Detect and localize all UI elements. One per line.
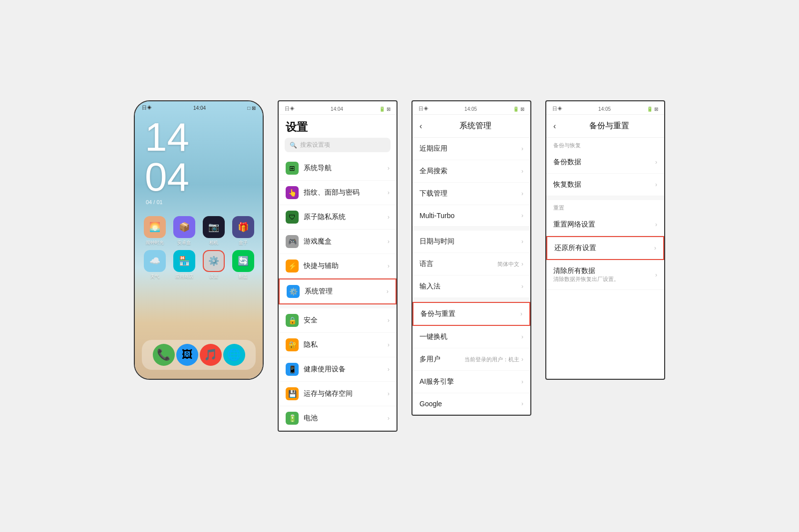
sysmanage-title: 系统管理 (427, 121, 523, 131)
security-arrow: › (388, 317, 390, 324)
backup-divider-1 (546, 196, 664, 200)
settings-item-navigation[interactable]: ⊞ 系统导航 › (279, 156, 397, 181)
app-icon-0[interactable]: 🌅 闹钟时光 (142, 216, 167, 246)
settings-item-security[interactable]: 🔒 安全 › (279, 308, 397, 333)
app-img-0: 🌅 (144, 216, 166, 238)
backup-item-clearall[interactable]: 清除所有数据 清除数据并恢复出厂设置。 › (546, 260, 664, 290)
app-icon-1[interactable]: 📦 安卓盒 (171, 216, 197, 246)
search-placeholder: 搜索设置项 (300, 141, 330, 149)
settings-item-fingerprint[interactable]: 👆 指纹、面部与密码 › (279, 181, 397, 205)
sys-search-label: 全局搜索 (419, 167, 521, 176)
settings-divider-1 (279, 304, 397, 308)
sys-item-switch[interactable]: 一键换机 › (412, 326, 530, 348)
sys-item-download[interactable]: 下载管理 › (412, 183, 530, 205)
sys-download-arrow: › (521, 190, 523, 197)
sys-input-arrow: › (521, 283, 523, 290)
s1-status-time: 14:04 (331, 106, 343, 112)
app-img-settings: ⚙️ (203, 250, 225, 272)
backup-back-arrow[interactable]: ‹ (553, 122, 556, 131)
settings-search[interactable]: 🔍 搜索设置项 (285, 138, 391, 152)
sys-turbo-arrow: › (521, 212, 523, 219)
sys-backup-arrow: › (520, 310, 522, 317)
sys-multiuser-label: 多用户 (419, 355, 464, 364)
shortcut-icon: ⚡ (286, 260, 299, 272)
backup-title-row: ‹ 备份与重置 (546, 115, 664, 138)
health-label: 健康使用设备 (304, 365, 388, 374)
sys-item-backup[interactable]: 备份与重置 › (412, 302, 530, 326)
backup-item-backup[interactable]: 备份数据 › (546, 151, 664, 174)
app-icon-3[interactable]: 🎁 盒子 (230, 216, 256, 246)
dock-gallery[interactable]: 🖼 (176, 344, 198, 366)
settings-title: 设置 (279, 115, 397, 138)
settings-item-priv2[interactable]: 🔐 隐私 › (279, 333, 397, 357)
sysmanage-label: 系统管理 (305, 287, 387, 296)
sys-item-language[interactable]: 语言 简体中文 › (412, 253, 530, 275)
clearall-label: 清除所有数据 (553, 266, 655, 275)
sys-item-recent[interactable]: 近期应用 › (412, 138, 530, 160)
resetnet-label: 重置网络设置 (553, 220, 655, 229)
nav-arrow: › (388, 165, 390, 172)
backup-data-arrow: › (655, 159, 657, 166)
fingerprint-arrow: › (388, 189, 390, 196)
app-label-4: 天气 (150, 273, 159, 280)
sys-item-multiuser[interactable]: 多用户 当前登录的用户：机主 › (412, 348, 530, 371)
battery-label: 电池 (304, 414, 388, 423)
settings-item-storage[interactable]: 💾 运存与储存空间 › (279, 382, 397, 406)
sys-item-ai[interactable]: AI服务引擎 › (412, 371, 530, 393)
shortcut-arrow: › (388, 263, 390, 269)
app-icon-5[interactable]: 🏪 应用商店 (171, 250, 197, 280)
sysmanage-status-bar: 日◈ 14:05 🔋 ⊠ (412, 101, 530, 115)
app-icon-2[interactable]: 📷 相机 (201, 216, 226, 246)
settings-item-sysmanage[interactable]: ⚙️ 系统管理 › (279, 278, 397, 304)
shortcut-label: 快捷与辅助 (304, 262, 388, 270)
sys-datetime-label: 日期与时间 (419, 237, 521, 246)
sys-item-input[interactable]: 输入法 › (412, 275, 530, 298)
settings-item-shortcut[interactable]: ⚡ 快捷与辅助 › (279, 254, 397, 278)
app-label-5: 应用商店 (175, 273, 193, 280)
app-icon-7[interactable]: 🔄 翻盖 (230, 250, 256, 280)
phone-minute: 04 (145, 157, 253, 197)
phone-dock: 📞 🖼 🎵 🌐 (142, 340, 256, 370)
health-icon: 📱 (286, 363, 299, 376)
sys-language-arrow: › (521, 261, 523, 267)
sys-search-arrow: › (521, 168, 523, 175)
app-icon-4[interactable]: ☁️ 天气 (142, 250, 167, 280)
phone-frame: 日◈ 14:04 □ ⊠ 14 04 04 / 01 🌅 闹钟时光 📦 安卓盒 (134, 100, 264, 380)
app-settings-icon[interactable]: ⚙️ 设置 (201, 250, 226, 280)
phone-screen: 日◈ 14:04 □ ⊠ 14 04 04 / 01 🌅 闹钟时光 📦 安卓盒 (135, 101, 263, 379)
app-label-0: 闹钟时光 (146, 240, 164, 246)
settings-item-gamebox[interactable]: 🎮 游戏魔盒 › (279, 230, 397, 254)
sys-item-turbo[interactable]: Multi-Turbo › (412, 205, 530, 227)
sys-google-label: Google (419, 400, 521, 408)
priv2-label: 隐私 (304, 340, 388, 349)
sys-switch-arrow: › (521, 333, 523, 340)
sys-ai-arrow: › (521, 378, 523, 385)
backup-item-resetnet[interactable]: 重置网络设置 › (546, 214, 664, 236)
s3-status-right: 🔋 ⊠ (647, 106, 658, 112)
backup-item-resetall[interactable]: 还原所有设置 › (546, 236, 664, 260)
dock-phone[interactable]: 📞 (153, 344, 175, 366)
gamebox-icon: 🎮 (286, 235, 299, 248)
fingerprint-icon: 👆 (286, 186, 299, 199)
backup-data-label: 备份数据 (553, 158, 655, 167)
privacy-icon: 🛡 (286, 211, 299, 224)
backup-item-restore[interactable]: 恢复数据 › (546, 174, 664, 196)
dock-music[interactable]: 🎵 (200, 344, 222, 366)
settings-item-privacy[interactable]: 🛡 原子隐私系统 › (279, 205, 397, 230)
resetall-arrow: › (654, 245, 656, 252)
settings-item-health[interactable]: 📱 健康使用设备 › (279, 357, 397, 382)
sysmanage-back-arrow[interactable]: ‹ (419, 122, 422, 131)
sys-item-datetime[interactable]: 日期与时间 › (412, 231, 530, 253)
sys-item-google[interactable]: Google › (412, 393, 530, 415)
sys-item-search[interactable]: 全局搜索 › (412, 160, 530, 183)
sysmanage-title-row: ‹ 系统管理 (412, 115, 530, 138)
storage-icon: 💾 (286, 387, 299, 400)
sys-backup-label: 备份与重置 (420, 309, 520, 318)
gamebox-arrow: › (388, 238, 390, 245)
phone-hour: 14 (145, 117, 253, 157)
nav-label: 系统导航 (304, 164, 388, 173)
sys-recent-label: 近期应用 (419, 144, 521, 153)
settings-item-battery[interactable]: 🔋 电池 › (279, 406, 397, 431)
dock-browser[interactable]: 🌐 (223, 344, 245, 366)
s3-status-time: 14:05 (598, 106, 611, 112)
